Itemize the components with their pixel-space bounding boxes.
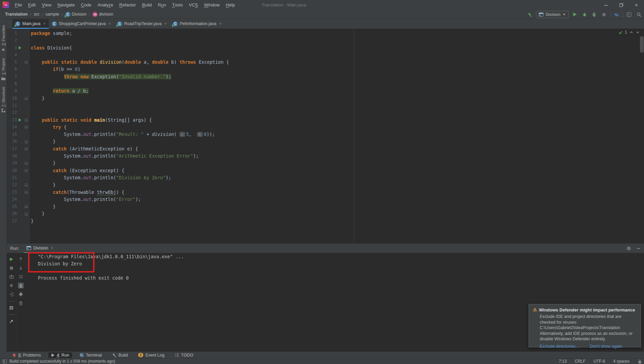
code-text	[29, 109, 31, 116]
fold-marker[interactable]	[23, 181, 29, 188]
tab-roadtriptester-java[interactable]: CRoadTripTester.java×	[114, 19, 170, 28]
close-icon[interactable]: ×	[51, 246, 53, 250]
close-icon[interactable]: ×	[629, 0, 644, 10]
menu-edit[interactable]: Edit	[25, 0, 39, 10]
line-number: 18	[7, 153, 17, 160]
stop-button[interactable]	[8, 265, 14, 271]
fold-marker[interactable]	[23, 210, 29, 217]
exclude-directories-link[interactable]: Exclude directories...	[540, 344, 579, 349]
fold-marker[interactable]	[23, 160, 29, 167]
tab-shoppingcartprinter-java[interactable]: CShoppingCartPrinter.java×	[49, 19, 114, 28]
breadcrumb-sample[interactable]: sample	[44, 12, 60, 17]
gear-icon[interactable]	[626, 246, 631, 251]
menu-file[interactable]: File	[12, 0, 25, 10]
run-line-icon[interactable]	[17, 117, 23, 124]
status-indent-style[interactable]: 4 spaces	[613, 359, 629, 364]
close-icon[interactable]: ×	[219, 21, 221, 26]
status-file-encoding[interactable]: UTF-8	[594, 359, 605, 364]
pin-button[interactable]	[8, 319, 14, 324]
down-button[interactable]	[18, 265, 24, 271]
run-tab-division[interactable]: Division ×	[24, 244, 56, 253]
breadcrumb-translation[interactable]: Translation	[4, 12, 29, 17]
run-with-coverage-icon[interactable]	[591, 11, 598, 18]
clear-button[interactable]	[18, 300, 24, 306]
menu-analyze[interactable]: Analyze	[94, 0, 116, 10]
fold-marker[interactable]	[23, 117, 29, 124]
menu-code[interactable]: Code	[78, 0, 94, 10]
tool-window-button-todo[interactable]: TODO	[172, 352, 196, 358]
menu-tools[interactable]: Tools	[169, 0, 186, 10]
code-line: 8	[7, 80, 639, 87]
tool-window-button-build[interactable]: Build	[109, 352, 131, 358]
menu-navigate[interactable]: Navigate	[55, 0, 78, 10]
close-icon[interactable]: ×	[43, 21, 46, 26]
breadcrumb-division[interactable]: mdivision	[91, 12, 114, 17]
tool-stripe-project[interactable]: 1: Project	[1, 58, 6, 81]
chevron-up-icon[interactable]	[629, 30, 634, 34]
up-button[interactable]	[18, 256, 24, 262]
editor-scrollbar[interactable]	[640, 36, 644, 53]
menu-vcs[interactable]: VCS	[186, 0, 201, 10]
soft-wrap-button[interactable]	[18, 274, 24, 280]
scroll-end-button[interactable]	[18, 283, 24, 288]
breadcrumb-separator: ›	[30, 12, 31, 17]
code-line: 27}	[7, 218, 639, 225]
close-icon[interactable]: ×	[164, 21, 167, 26]
menu-run[interactable]: Run	[155, 0, 169, 10]
fold-marker[interactable]	[23, 138, 29, 145]
fold-marker[interactable]	[23, 145, 29, 153]
lock-icon[interactable]	[638, 359, 642, 364]
fold-marker[interactable]	[23, 189, 29, 196]
profiler-button[interactable]	[8, 283, 14, 288]
menu-build[interactable]: Build	[139, 0, 155, 10]
print-button[interactable]	[18, 291, 24, 297]
stop-button[interactable]	[600, 11, 608, 18]
tool-stripe-structure[interactable]: 7: Structure	[1, 87, 5, 113]
fold-marker[interactable]	[23, 59, 29, 66]
tool-stripe-favorites[interactable]: 2: Favorites★	[1, 25, 5, 52]
restore-layout-button[interactable]	[8, 305, 14, 311]
status-line-separator[interactable]: CRLF	[575, 359, 585, 364]
run-config-app-icon	[539, 13, 543, 17]
breadcrumb-division[interactable]: CDivision	[64, 12, 88, 17]
tool-window-button-6-problems[interactable]: 6: Problems	[9, 352, 44, 358]
fold-marker[interactable]	[23, 124, 29, 131]
window-title: Translation - Main.java	[262, 2, 306, 7]
code-editor[interactable]: 1package sample;23class Division{45 publ…	[7, 29, 644, 243]
maximize-icon[interactable]	[614, 0, 629, 10]
dont-show-again-link[interactable]: Don't show again	[590, 344, 622, 349]
exit-button[interactable]	[8, 291, 14, 297]
minimize-icon[interactable]	[598, 0, 614, 10]
inspections-widget[interactable]: 1	[618, 30, 640, 35]
debug-bug-icon[interactable]	[581, 11, 588, 18]
search-icon[interactable]	[635, 11, 643, 18]
menu-help[interactable]: Help	[223, 0, 238, 10]
tool-window-button-4-run[interactable]: 4: Run	[48, 352, 72, 358]
hide-panel-icon[interactable]	[637, 246, 641, 250]
tool-window-button-terminal[interactable]: Terminal	[77, 352, 105, 358]
toolbar-divider	[610, 12, 610, 18]
status-caret-position[interactable]: 7:13	[559, 359, 566, 364]
menu-refactor[interactable]: Refactor	[116, 0, 139, 10]
tool-window-button-event-log[interactable]: 2Event Log	[135, 352, 167, 358]
fold-marker[interactable]	[23, 203, 29, 210]
thread-dump-button[interactable]	[8, 274, 14, 280]
annotation-rectangle	[28, 252, 94, 272]
menu-window[interactable]: Window	[201, 0, 223, 10]
fold-marker[interactable]	[23, 95, 29, 102]
rerun-button[interactable]	[8, 256, 14, 262]
tab-main-java[interactable]: CMain.java×	[12, 19, 49, 28]
fold-marker[interactable]	[23, 167, 29, 174]
run-line-icon[interactable]	[17, 44, 23, 52]
build-hammer-icon[interactable]	[526, 11, 534, 18]
run-button[interactable]	[571, 11, 578, 18]
tab-petinformation-java[interactable]: CPetInformation.java×	[170, 19, 224, 28]
structure-icon	[1, 108, 5, 113]
close-icon[interactable]: ×	[109, 21, 111, 26]
menu-view[interactable]: View	[39, 0, 54, 10]
chevron-down-icon[interactable]	[636, 30, 640, 34]
run-configuration-select[interactable]: Division ▼	[536, 11, 568, 18]
project-structure-icon[interactable]	[613, 11, 620, 18]
terminal-toolbar-icon[interactable]	[625, 11, 633, 18]
breadcrumb-src[interactable]: src	[33, 12, 41, 17]
